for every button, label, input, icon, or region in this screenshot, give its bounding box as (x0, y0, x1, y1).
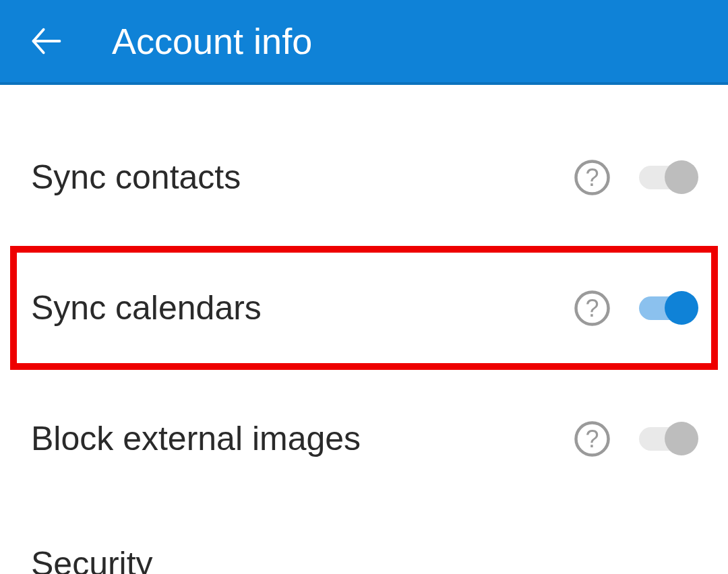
toggle-knob (665, 291, 698, 325)
help-button[interactable]: ? (574, 159, 611, 196)
section-label: Security (31, 544, 698, 574)
svg-text:?: ? (585, 164, 599, 191)
back-button[interactable] (27, 22, 66, 61)
toggle-knob (665, 160, 698, 194)
section-header-security: Security (0, 490, 728, 574)
svg-text:?: ? (585, 425, 599, 453)
setting-label: Block external images (31, 419, 574, 458)
toggle-sync-calendars[interactable] (639, 290, 698, 325)
setting-row-sync-contacts[interactable]: Sync contacts ? (0, 125, 728, 229)
toggle-block-external-images[interactable] (639, 421, 698, 456)
setting-row-sync-calendars[interactable]: Sync calendars ? (0, 256, 728, 360)
app-header: Account info (0, 0, 728, 85)
setting-label: Sync contacts (31, 158, 574, 197)
help-icon: ? (574, 290, 611, 327)
setting-label: Sync calendars (31, 288, 574, 327)
toggle-sync-contacts[interactable] (639, 160, 698, 195)
arrow-left-icon (29, 24, 64, 59)
svg-text:?: ? (585, 294, 599, 322)
help-icon: ? (574, 420, 611, 457)
help-button[interactable]: ? (574, 420, 611, 457)
settings-list: Sync contacts ? Sync calendars ? Block e… (0, 85, 728, 574)
help-button[interactable]: ? (574, 290, 611, 327)
help-icon: ? (574, 159, 611, 196)
setting-row-block-external-images[interactable]: Block external images ? (0, 387, 728, 490)
toggle-knob (665, 422, 698, 455)
page-title: Account info (112, 20, 312, 62)
